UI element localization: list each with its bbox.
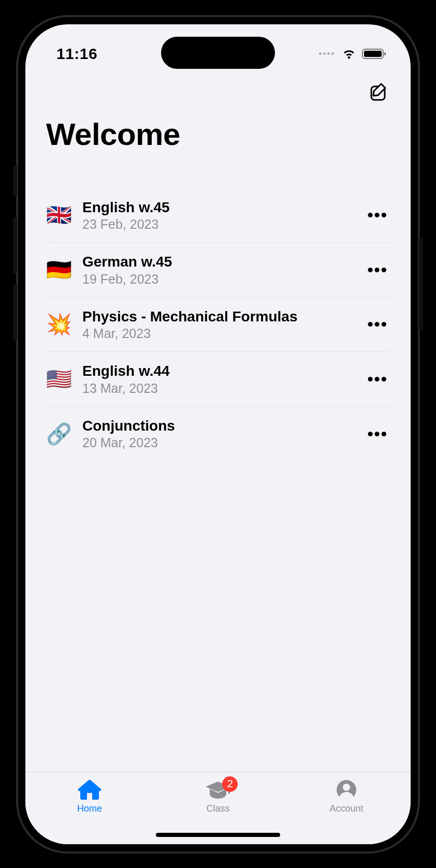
deck-list: 🇬🇧 English w.45 23 Feb, 2023 🇩🇪 German w… [46,188,390,461]
tab-label: Account [329,803,363,814]
home-indicator[interactable] [156,833,280,837]
tab-label: Class [206,803,229,814]
compose-icon [369,82,388,101]
item-date: 4 Mar, 2023 [82,326,354,341]
item-title: German w.45 [82,253,354,271]
wifi-icon [341,48,357,60]
item-emoji: 🇬🇧 [46,203,71,227]
volume-down-button [13,284,17,341]
item-text: English w.44 13 Mar, 2023 [82,362,354,396]
status-time: 11:16 [56,45,97,63]
content-scroll[interactable]: 🇬🇧 English w.45 23 Feb, 2023 🇩🇪 German w… [25,163,411,772]
power-button [419,238,423,331]
screen: 11:16 [25,24,411,844]
more-button[interactable] [365,200,390,230]
tab-account[interactable]: Account [310,778,383,814]
list-item[interactable]: 💥 Physics - Mechanical Formulas 4 Mar, 2… [46,298,390,352]
more-button[interactable] [365,255,390,285]
item-date: 19 Feb, 2023 [82,272,354,287]
more-button[interactable] [365,310,390,339]
battery-icon [362,48,387,60]
item-text: Conjunctions 20 Mar, 2023 [82,417,354,451]
item-text: English w.45 23 Feb, 2023 [82,199,354,232]
page-title: Welcome [46,116,390,152]
item-title: Physics - Mechanical Formulas [82,308,354,326]
more-button[interactable] [365,419,390,449]
cell-signal-icon [319,52,334,55]
list-item[interactable]: 🇬🇧 English w.45 23 Feb, 2023 [46,188,390,243]
home-icon [78,778,101,801]
item-emoji: 🇺🇸 [46,367,71,391]
list-item[interactable]: 🇺🇸 English w.44 13 Mar, 2023 [46,352,390,407]
status-right [319,48,387,60]
svg-point-6 [343,784,350,791]
more-button[interactable] [365,364,390,394]
item-text: Physics - Mechanical Formulas 4 Mar, 202… [82,308,354,342]
notification-badge: 2 [222,776,238,792]
tab-class[interactable]: 2 Class [182,778,254,814]
item-date: 23 Feb, 2023 [82,217,354,232]
tab-label: Home [77,803,102,814]
dynamic-island [161,37,275,69]
phone-frame: 11:16 [16,15,420,854]
page-header: Welcome [25,107,411,163]
svg-rect-2 [384,52,386,55]
item-title: English w.44 [82,362,354,380]
svg-rect-1 [364,51,382,57]
item-title: English w.45 [82,199,354,216]
volume-up-button [13,217,17,274]
nav-bar [25,71,411,107]
compose-button[interactable] [367,80,390,103]
mute-switch [13,165,17,196]
item-emoji: 💥 [46,312,71,336]
tab-home[interactable]: Home [53,778,126,814]
list-item[interactable]: 🇩🇪 German w.45 19 Feb, 2023 [46,243,390,298]
account-icon [336,778,357,801]
item-text: German w.45 19 Feb, 2023 [82,253,354,287]
item-date: 20 Mar, 2023 [82,435,354,450]
item-title: Conjunctions [82,417,354,435]
item-date: 13 Mar, 2023 [82,381,354,396]
list-item[interactable]: 🔗 Conjunctions 20 Mar, 2023 [46,407,390,461]
item-emoji: 🇩🇪 [46,258,71,282]
item-emoji: 🔗 [46,422,71,446]
